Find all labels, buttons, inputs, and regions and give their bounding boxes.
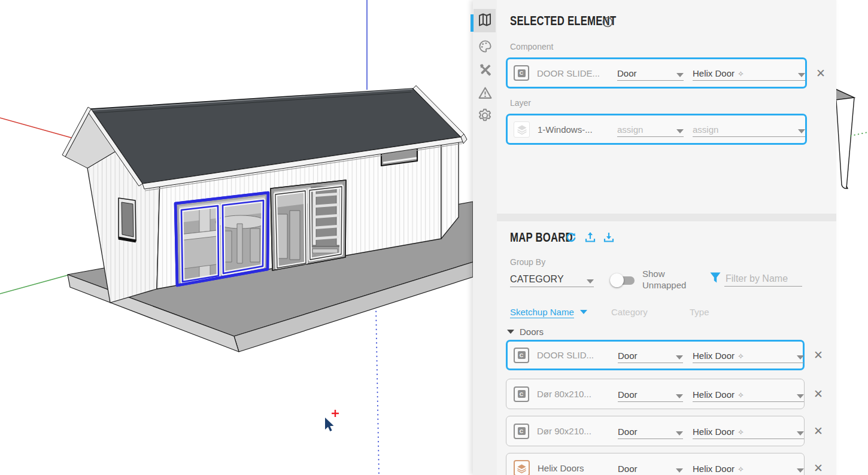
component-icon: C <box>514 424 529 439</box>
component-label: Component <box>510 42 553 51</box>
row-name: Helix Doors <box>538 463 584 473</box>
upload-icon[interactable] <box>584 232 596 243</box>
sliding-door <box>271 180 346 270</box>
component-name: DOOR SLIDE... <box>537 68 600 78</box>
panel-iconbar <box>473 0 497 475</box>
chevron-down-icon <box>676 355 683 360</box>
map-board-title: MAP BOARD <box>510 230 573 245</box>
component-icon: C <box>514 348 529 363</box>
category-select[interactable]: Door <box>617 65 684 81</box>
selected-sliding-door <box>175 193 268 285</box>
chevron-down-icon <box>797 394 804 398</box>
helix-star-icon: ✧ <box>738 352 744 361</box>
component-icon: C <box>514 65 529 81</box>
map-board-section: MAP BOARD Group By CATEGORY <box>497 221 836 475</box>
filter-icon <box>709 272 721 287</box>
component-icon: C <box>514 386 529 402</box>
type-select[interactable]: Helix Door ✧ <box>693 348 804 363</box>
group-by-select[interactable]: CATEGORY <box>510 272 594 287</box>
filter-by-name-input[interactable] <box>724 272 802 287</box>
type-select[interactable]: Helix Door ✧ <box>693 424 804 439</box>
chevron-down-icon <box>798 73 805 77</box>
gear-icon[interactable] <box>477 108 493 123</box>
close-icon[interactable]: ✕ <box>814 388 823 400</box>
helix-star-icon: ✧ <box>738 69 744 78</box>
type-select[interactable]: Helix Door ✧ <box>693 65 805 81</box>
helix-star-icon: ✧ <box>738 391 744 400</box>
show-unmapped-label: Show Unmapped <box>642 268 686 291</box>
gable-window <box>119 198 136 241</box>
category-select[interactable]: Door <box>618 461 683 475</box>
chevron-down-icon <box>798 129 805 133</box>
selected-element-title: SELECTED ELEMENT <box>510 13 616 29</box>
map-row[interactable]: C Dør 90x210... Door Helix Door ✧ <box>506 416 805 446</box>
helix-star-icon: ✧ <box>738 465 744 474</box>
doors-group-header[interactable]: Doors <box>507 327 544 337</box>
row-name: Dør 80x210... <box>537 389 591 399</box>
close-icon[interactable]: ✕ <box>814 462 823 474</box>
chevron-down-icon <box>580 310 587 314</box>
category-select[interactable]: Door <box>618 424 683 439</box>
type-select[interactable]: Helix Door ✧ <box>693 461 804 475</box>
palette-icon[interactable] <box>477 38 493 54</box>
category-select[interactable]: Door <box>618 386 683 402</box>
layer-type-select[interactable]: assign <box>693 121 805 137</box>
warning-icon[interactable] <box>477 85 493 101</box>
selected-element-section: SELECTED ELEMENT Component C DOOR SLIDE.… <box>497 0 836 214</box>
chevron-down-icon <box>507 330 514 334</box>
map-icon[interactable] <box>477 12 493 28</box>
layer-icon <box>514 121 530 138</box>
active-tab-indicator <box>471 14 474 32</box>
chevron-down-icon <box>797 355 804 360</box>
selected-layer-row[interactable]: 1-Windows-... assign assign <box>506 114 807 145</box>
chevron-down-icon <box>797 468 804 473</box>
helix-layer-icon <box>514 460 530 475</box>
selected-component-row[interactable]: C DOOR SLIDE... Door Helix Door ✧ <box>506 57 807 89</box>
panel-cards: SELECTED ELEMENT Component C DOOR SLIDE.… <box>497 0 836 475</box>
map-row[interactable]: Helix Doors Door Helix Door ✧ <box>506 453 805 475</box>
close-icon[interactable]: ✕ <box>814 425 823 437</box>
info-icon[interactable] <box>602 17 613 30</box>
layer-name: 1-Windows-... <box>538 124 593 135</box>
chevron-down-icon <box>587 279 594 284</box>
helix-star-icon: ✧ <box>738 428 744 437</box>
close-icon[interactable]: ✕ <box>816 68 825 79</box>
group-by-label: Group By <box>510 257 545 267</box>
chevron-down-icon <box>676 468 683 473</box>
toggle-knob <box>610 273 624 287</box>
type-select[interactable]: Helix Door ✧ <box>693 386 804 402</box>
chevron-down-icon <box>676 129 684 133</box>
tools-icon[interactable] <box>477 62 493 78</box>
chevron-down-icon <box>676 431 683 436</box>
column-header-type[interactable]: Type <box>690 307 709 317</box>
refresh-icon[interactable] <box>565 232 577 243</box>
map-row[interactable]: C DOOR SLID... Door Helix Door ✧ <box>506 340 805 370</box>
map-row[interactable]: C Dør 80x210... Door Helix Door ✧ <box>506 379 805 409</box>
chevron-down-icon <box>797 431 804 436</box>
category-select[interactable]: Door <box>618 348 683 363</box>
show-unmapped-toggle[interactable] <box>612 276 635 285</box>
chevron-down-icon <box>676 394 683 398</box>
layer-label: Layer <box>510 98 531 108</box>
close-icon[interactable]: ✕ <box>814 349 823 361</box>
sketchup-window: SELECTED ELEMENT Component C DOOR SLIDE.… <box>0 0 868 475</box>
download-icon[interactable] <box>603 232 615 243</box>
column-header-category[interactable]: Category <box>611 307 648 317</box>
column-header-sketchup-name[interactable]: Sketchup Name <box>510 307 587 318</box>
helix-panel: SELECTED ELEMENT Component C DOOR SLIDE.… <box>473 0 836 475</box>
chevron-down-icon <box>676 73 684 77</box>
layer-category-select[interactable]: assign <box>617 121 684 137</box>
row-name: DOOR SLID... <box>537 350 594 360</box>
row-name: Dør 90x210... <box>537 426 591 436</box>
